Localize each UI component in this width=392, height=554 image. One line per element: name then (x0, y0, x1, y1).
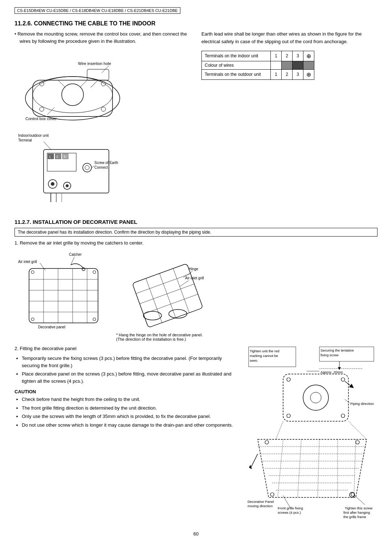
terminal-out-earth: ⊕ (303, 69, 314, 79)
note-box: The decorative panel has its installatio… (15, 228, 377, 237)
svg-point-88 (341, 414, 345, 418)
svg-line-31 (92, 166, 94, 168)
svg-point-86 (341, 378, 345, 381)
svg-text:Approx. 20mm: Approx. 20mm (320, 370, 343, 374)
svg-text:Securing the tentative: Securing the tentative (320, 348, 354, 352)
svg-line-14 (47, 107, 54, 115)
section-decorative-panel: 11.2.7. INSTALLATION OF DECORATIVE PANEL… (15, 219, 377, 520)
diagram-air-inlet-left: Catcher Air inlet grill (15, 250, 109, 331)
svg-text:2: 2 (56, 155, 58, 159)
svg-line-120 (250, 454, 258, 468)
svg-line-12 (58, 80, 65, 87)
section-title-2: 11.2.7. INSTALLATION OF DECORATIVE PANEL (15, 219, 377, 225)
svg-text:3: 3 (64, 155, 65, 159)
col-left-1: Remove the mounting screw, remove the co… (15, 30, 191, 208)
svg-line-90 (345, 399, 350, 403)
svg-line-119 (348, 421, 367, 439)
terminal-3: 3 (293, 51, 303, 61)
svg-point-104 (265, 440, 269, 444)
col-right-1: Earth lead wire shall be longer than oth… (201, 30, 377, 208)
svg-text:the grille frame: the grille frame (343, 515, 366, 519)
terminal-table: Terminals on the indoor unit 1 2 3 ⊕ Col… (201, 51, 314, 80)
svg-text:Screw of Earth: Screw of Earth (94, 161, 118, 165)
svg-text:Catcher: Catcher (69, 253, 82, 257)
svg-line-109 (354, 495, 365, 505)
svg-text:fixing screw: fixing screw (320, 353, 339, 357)
terminal-outdoor-label: Terminals on the outdoor unit (202, 69, 271, 79)
header-bar: CS-E15DB4EW CU-E15DBE / CS-E18DB4EW CU-E… (15, 7, 180, 14)
svg-line-118 (276, 421, 283, 439)
svg-point-38 (66, 184, 69, 187)
svg-text:screws (4 pcs.): screws (4 pcs.) (278, 510, 301, 514)
svg-point-11 (101, 107, 106, 111)
fitting-left: 2. Fitting the decorative panel Temporar… (15, 345, 240, 520)
terminal-2: 2 (282, 51, 293, 61)
svg-point-37 (51, 182, 54, 186)
step2-bullet-1: Temporarily secure the fixing screws (3 … (22, 355, 240, 369)
svg-point-9 (101, 82, 106, 86)
svg-line-68 (180, 280, 189, 287)
svg-point-106 (270, 493, 274, 496)
para-2: Earth lead wire shall be longer than oth… (201, 30, 377, 46)
svg-point-84 (310, 392, 321, 403)
svg-text:1: 1 (49, 155, 51, 159)
terminal-indoor-label: Terminals on the indoor unit (202, 51, 271, 61)
svg-text:Front grille fixing: Front grille fixing (278, 506, 303, 510)
terminal-out-1: 1 (271, 69, 282, 79)
terminal-earth: ⊕ (303, 51, 314, 61)
svg-point-55 (31, 318, 34, 321)
caution-2: The front grille fitting direction is de… (22, 405, 240, 412)
para-1: Remove the mounting screw, remove the co… (15, 30, 191, 45)
svg-text:Control box cover: Control box cover (25, 116, 57, 121)
color-1 (271, 61, 282, 69)
diagram-row-step1: Catcher Air inlet grill (15, 250, 377, 341)
svg-point-87 (287, 414, 290, 418)
caution-3: Only use the screws with the length of 3… (22, 413, 240, 420)
svg-text:Tighten unit the red: Tighten unit the red (250, 349, 279, 353)
diagram-air-inlet-right: Hinge Air inlet grill * Hang the hinge o… (116, 250, 218, 341)
terminal-out-3: 3 (293, 69, 303, 79)
svg-point-108 (350, 492, 355, 497)
color-2 (282, 61, 293, 69)
svg-point-53 (31, 271, 34, 274)
caution-1: Check before hand the height from the ce… (22, 396, 240, 403)
svg-point-27 (83, 163, 91, 172)
svg-line-13 (80, 80, 87, 87)
svg-text:Decorative Panel: Decorative Panel (248, 500, 274, 504)
terminal-out-2: 2 (282, 69, 293, 79)
svg-text:Air inlet grill: Air inlet grill (185, 276, 204, 280)
svg-point-70 (143, 311, 162, 320)
colour-wires-label: Colour of wires (202, 61, 271, 69)
caution-bullets: Check before hand the height from the ce… (15, 396, 240, 428)
svg-text:first after hanging: first after hanging (343, 510, 370, 514)
fitting-section: 2. Fitting the decorative panel Temporar… (15, 345, 377, 520)
svg-point-105 (356, 440, 359, 444)
section-connecting-cable: 11.2.6. CONNECTING THE CABLE TO THE INDO… (15, 20, 377, 208)
svg-text:Indoor/outdoor unit: Indoor/outdoor unit (18, 134, 49, 138)
svg-line-42 (40, 263, 45, 270)
section-title-1: 11.2.6. CONNECTING THE CABLE TO THE INDO… (15, 20, 377, 27)
svg-rect-3 (33, 80, 113, 116)
svg-text:Connect: Connect (94, 165, 108, 169)
svg-rect-82 (283, 374, 348, 421)
step2-bullets: Temporarily secure the fixing screws (3 … (15, 355, 240, 385)
svg-line-18 (44, 141, 51, 149)
hinge-note: * Hang the hinge on the hole of decorati… (116, 333, 218, 341)
svg-text:Piping direction: Piping direction (350, 402, 374, 406)
step1-label: 1. Remove the air inlet grille by moving… (15, 239, 377, 247)
terminal-1: 1 (271, 51, 282, 61)
page-number: 60 (15, 531, 377, 537)
diagram-indoor-unit: Wire insertion hole Control box cover (15, 48, 191, 128)
svg-text:marking cannot be: marking cannot be (250, 354, 278, 358)
svg-text:seen.: seen. (250, 358, 258, 362)
caution-label: CAUTION (15, 389, 240, 394)
step2-bullet-2: Place decorative panel on the screws (3 … (22, 370, 240, 385)
svg-text:moving direction: moving direction (248, 504, 273, 508)
color-3 (293, 61, 303, 69)
svg-text:Hinge: Hinge (189, 267, 199, 271)
svg-text:Tighten this screw: Tighten this screw (345, 506, 372, 510)
svg-point-85 (287, 378, 290, 381)
svg-point-83 (303, 385, 328, 410)
diagram-terminal-block: Indoor/outdoor unit Terminal 1 2 3 (15, 131, 191, 205)
step2-label: 2. Fitting the decorative panel (15, 345, 240, 352)
